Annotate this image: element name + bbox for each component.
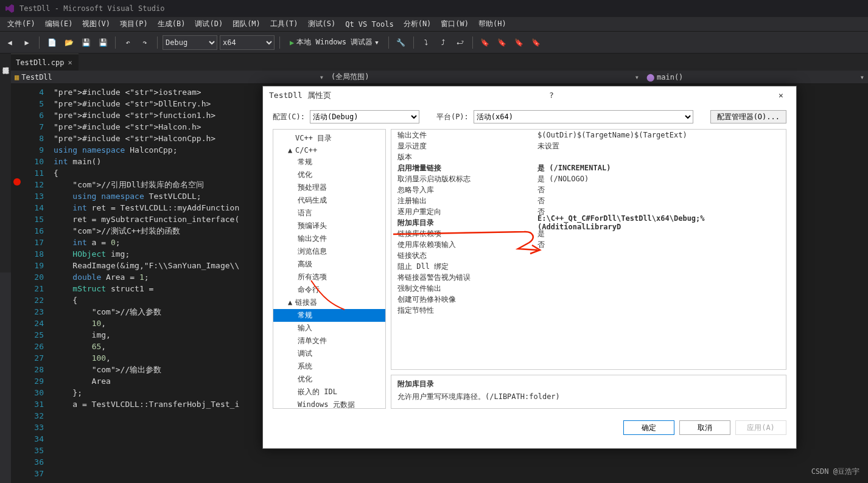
property-row[interactable]: 创建可热修补映像 (391, 294, 786, 305)
dialog-config-select[interactable]: 活动(Debug) (310, 110, 419, 123)
config-select[interactable]: Debug (163, 35, 217, 50)
side-tool-tabs: 服务器资源管理器 工具箱 (0, 54, 11, 273)
property-row[interactable]: 取消显示启动版权标志是 (/NOLOGO) (391, 173, 786, 184)
dialog-platform-select[interactable]: 活动(x64) (474, 110, 693, 123)
tree-label: 常规 (298, 311, 312, 319)
bookmark-icon[interactable]: 🔖 (529, 35, 544, 50)
tree-node[interactable]: 优化 (273, 169, 385, 181)
menu-qt[interactable]: Qt VS Tools (340, 19, 398, 30)
tree-node[interactable]: 代码生成 (273, 194, 385, 207)
menu-project[interactable]: 项目(P) (115, 18, 153, 30)
step-icon[interactable]: ⮐ (453, 35, 467, 50)
breakpoint-gutter[interactable] (11, 84, 23, 483)
property-row[interactable]: 注册输出否 (391, 195, 786, 206)
tree-node[interactable]: 系统 (273, 360, 385, 373)
redo-icon[interactable]: ↷ (138, 35, 152, 50)
menu-debug[interactable]: 调试(D) (190, 18, 228, 30)
property-row[interactable]: 链接库依赖项是 (391, 228, 786, 239)
property-row[interactable]: 使用库依赖项输入否 (391, 239, 786, 250)
property-pages-dialog: TestDll 属性页 ? ✕ 配置(C): 活动(Debug) 平台(P): … (262, 86, 797, 449)
dialog-close-icon[interactable]: ✕ (772, 91, 790, 100)
tree-node[interactable]: 调试 (273, 347, 385, 360)
scope-namespace-select[interactable]: (全局范围) ▾ (327, 72, 643, 82)
tree-node[interactable]: 语言 (273, 207, 385, 220)
property-row[interactable]: 阻止 Dll 绑定 (391, 261, 786, 272)
tab-close-icon[interactable]: × (68, 58, 72, 67)
menu-help[interactable]: 帮助(H) (474, 18, 511, 30)
prop-value: 否 (537, 240, 786, 250)
tree-node[interactable]: 嵌入的 IDL (273, 386, 385, 398)
property-row[interactable]: 指定节特性 (391, 305, 786, 316)
tree-label: 调试 (298, 349, 312, 358)
nav-fwd-icon[interactable]: ▶ (19, 35, 34, 50)
undo-icon[interactable]: ↶ (121, 35, 135, 50)
property-row[interactable]: 链接状态 (391, 250, 786, 261)
bookmark-icon[interactable]: 🔖 (495, 35, 509, 50)
menu-analyze[interactable]: 分析(N) (399, 18, 436, 30)
tree-node[interactable]: 所有选项 (273, 271, 385, 283)
property-row[interactable]: 将链接器警告视为错误 (391, 272, 786, 283)
tree-node[interactable]: 输出文件 (273, 232, 385, 245)
bookmark-icon[interactable]: 🔖 (512, 35, 527, 50)
menu-team[interactable]: 团队(M) (228, 18, 265, 30)
tab-label: TestDll.cpp (16, 58, 64, 67)
ok-button[interactable]: 确定 (623, 420, 674, 435)
tree-node[interactable]: ▲链接器 (273, 296, 385, 309)
scope-function-select[interactable]: ⬤ main() ▾ (643, 73, 868, 82)
step-icon[interactable]: ⤵ (419, 35, 433, 50)
tool-icon[interactable]: 🔧 (394, 35, 408, 50)
tree-node[interactable]: 高级 (273, 258, 385, 271)
menu-file[interactable]: 文件(F) (2, 18, 40, 30)
property-row[interactable]: 强制文件输出 (391, 283, 786, 294)
save-icon[interactable]: 💾 (79, 35, 93, 50)
step-icon[interactable]: ⤴ (436, 35, 450, 50)
start-debug-label: 本地 Windows 调试器 (296, 37, 373, 47)
side-tab-server-explorer[interactable]: 服务器资源管理器 (0, 58, 11, 273)
platform-select[interactable]: x64 (220, 35, 275, 50)
chevron-down-icon: ▼ (375, 40, 378, 46)
property-tree[interactable]: VC++ 目录▲C/C++常规优化预处理器代码生成语言预编译头输出文件浏览信息高… (273, 129, 386, 409)
editor-tab[interactable]: TestDll.cpp × (10, 54, 79, 71)
start-debug-button[interactable]: ▶ 本地 Windows 调试器 ▼ (285, 35, 383, 50)
menu-tools[interactable]: 工具(T) (265, 18, 303, 30)
tree-node[interactable]: 优化 (273, 373, 385, 386)
menu-test[interactable]: 测试(S) (303, 18, 341, 30)
tree-node[interactable]: 清单文件 (273, 335, 385, 347)
tree-node[interactable]: VC++ 目录 (273, 132, 385, 145)
platform-label: 平台(P): (436, 112, 469, 122)
property-row[interactable]: 版本 (391, 151, 786, 162)
property-row[interactable]: 输出文件$(OutDir)$(TargetName)$(TargetExt) (391, 130, 786, 141)
tree-node[interactable]: 输入 (273, 322, 385, 335)
tree-node[interactable]: Windows 元数据 (273, 398, 385, 409)
breakpoint-icon[interactable] (13, 178, 21, 186)
menu-build[interactable]: 生成(B) (153, 18, 191, 30)
menu-window[interactable]: 窗口(W) (436, 18, 474, 30)
tree-node[interactable]: 预编译头 (273, 220, 385, 232)
dialog-help-icon[interactable]: ? (543, 91, 560, 100)
tree-node[interactable]: 命令行 (273, 283, 385, 296)
expand-icon: ▲ (288, 298, 294, 307)
save-all-icon[interactable]: 💾 (96, 35, 110, 50)
prop-value: 否 (537, 185, 786, 195)
tree-node[interactable]: 常规 (273, 309, 385, 322)
config-label: 配置(C): (273, 112, 305, 122)
property-row[interactable]: 忽略导入库否 (391, 184, 786, 195)
property-row[interactable]: 启用增量链接是 (/INCREMENTAL) (391, 162, 786, 173)
menu-edit[interactable]: 编辑(E) (40, 18, 78, 30)
tree-node[interactable]: 预处理器 (273, 181, 385, 194)
new-project-icon[interactable]: 📄 (44, 35, 59, 50)
tree-node[interactable]: 常规 (273, 156, 385, 169)
tree-node[interactable]: 浏览信息 (273, 245, 385, 258)
property-row[interactable]: 附加库目录E:\C++_Qt_C#ForDll\TestDll\x64\Debu… (391, 217, 786, 228)
nav-back-icon[interactable]: ◀ (2, 35, 17, 50)
scope-namespace-label: (全局范围) (331, 72, 369, 82)
bookmark-icon[interactable]: 🔖 (478, 35, 492, 50)
menu-view[interactable]: 视图(V) (77, 18, 115, 30)
open-icon[interactable]: 📂 (61, 35, 76, 50)
scope-class-select[interactable]: ▦ TestDll ▾ (11, 73, 327, 82)
property-list[interactable]: 输出文件$(OutDir)$(TargetName)$(TargetExt)显示… (391, 129, 786, 370)
config-manager-button[interactable]: 配置管理器(O)... (710, 110, 786, 123)
property-row[interactable]: 显示进度未设置 (391, 141, 786, 151)
cancel-button[interactable]: 取消 (679, 420, 730, 435)
tree-node[interactable]: ▲C/C++ (273, 145, 385, 156)
